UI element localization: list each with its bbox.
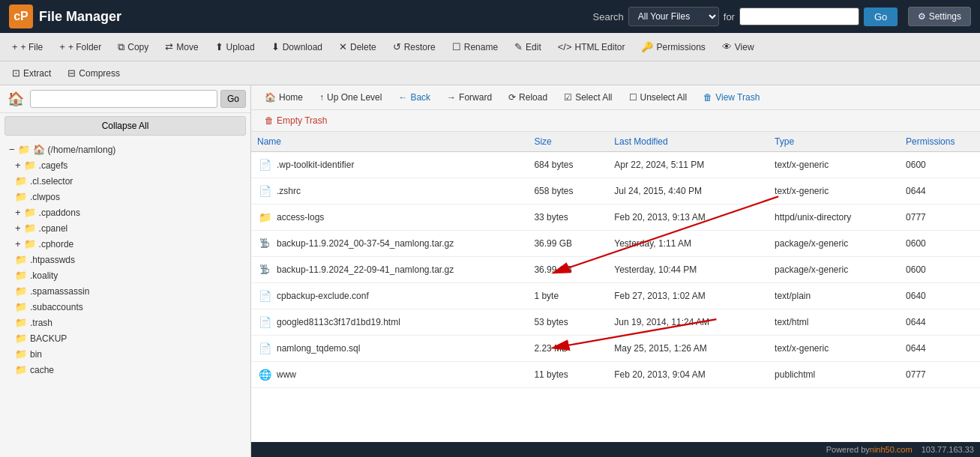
tree-item-backup[interactable]: 📁 BACKUP xyxy=(0,330,250,346)
restore-icon: ↺ xyxy=(393,41,401,52)
settings-button[interactable]: ⚙ Settings xyxy=(908,7,971,26)
for-label: for xyxy=(724,11,735,22)
tree-item-htpasswds[interactable]: 📁 .htpasswds xyxy=(0,252,250,267)
tree-item-bin[interactable]: 📁 bin xyxy=(0,346,250,362)
file-type-6: text/html xyxy=(769,309,900,336)
col-name[interactable]: Name xyxy=(251,132,528,152)
upload-button[interactable]: ⬆ Upload xyxy=(208,37,262,57)
empty-trash-bar: 🗑 Empty Trash xyxy=(251,110,980,132)
rename-icon: ☐ xyxy=(452,41,461,52)
empty-trash-button[interactable]: 🗑 Empty Trash xyxy=(257,112,334,130)
table-row[interactable]: 📄 cpbackup-exclude.conf 1 byte Feb 27, 2… xyxy=(251,283,980,309)
file-name: backup-11.9.2024_00-37-54_namlong.tar.gz xyxy=(277,238,454,249)
edit-button[interactable]: ✎ Edit xyxy=(507,37,549,57)
back-icon: ← xyxy=(398,92,407,103)
table-row[interactable]: 📄 .wp-toolkit-identifier 684 bytes Apr 2… xyxy=(251,152,980,178)
table-header-row: Name Size Last Modified Type Permissions xyxy=(251,132,980,152)
collapse-all-button[interactable]: Collapse All xyxy=(4,116,246,136)
file-modified-1: Jul 24, 2015, 4:40 PM xyxy=(608,178,769,205)
table-row[interactable]: 🗜 backup-11.9.2024_22-09-41_namlong.tar.… xyxy=(251,257,980,283)
forward-button[interactable]: → Forward xyxy=(439,88,499,106)
delete-button[interactable]: ✕ Delete xyxy=(331,37,384,57)
table-row[interactable]: 📄 namlong_tqdemo.sql 2.23 MB May 25, 201… xyxy=(251,336,980,362)
tree-item-koality[interactable]: 📁 .koality xyxy=(0,267,250,283)
download-button[interactable]: ⬇ Download xyxy=(264,37,330,57)
tree-label: bin xyxy=(30,349,42,360)
file-name-cell-6: 📄 googled8113c3f17d1bd19.html xyxy=(251,309,528,336)
tree-item-spamassassin[interactable]: 📁 .spamassassin xyxy=(0,283,250,299)
home-icon: 🏠 xyxy=(33,144,45,155)
home-nav-icon: 🏠 xyxy=(265,92,276,103)
permissions-button[interactable]: 🔑 Permissions xyxy=(634,37,712,57)
copy-icon: ⧉ xyxy=(118,41,124,53)
file-size-0: 684 bytes xyxy=(528,152,608,178)
file-size-1: 658 bytes xyxy=(528,178,608,205)
tree-label: .htpasswds xyxy=(30,255,75,265)
footer: Powered by ninh50.com 103.77.163.33 xyxy=(251,442,980,457)
col-type[interactable]: Type xyxy=(769,132,900,152)
powered-by-text: Powered by xyxy=(826,445,870,454)
extract-button[interactable]: ⊡ Extract xyxy=(4,63,58,83)
tree-item-cache[interactable]: 📁 cache xyxy=(0,362,250,378)
table-row[interactable]: 📄 .zshrc 658 bytes Jul 24, 2015, 4:40 PM… xyxy=(251,178,980,205)
upload-icon: ⬆ xyxy=(215,41,223,52)
table-row[interactable]: 📁 access-logs 33 bytes Feb 20, 2013, 9:1… xyxy=(251,205,980,231)
file-table-wrapper: Name Size Last Modified Type Permissions… xyxy=(251,132,980,442)
tree-item-cagefs[interactable]: + 📁 .cagefs xyxy=(0,157,250,173)
view-button[interactable]: 👁 View xyxy=(715,37,762,57)
tree-item-clwpos[interactable]: 📁 .clwpos xyxy=(0,189,250,205)
tree-label: .cagefs xyxy=(39,160,68,171)
col-modified[interactable]: Last Modified xyxy=(608,132,769,152)
file-name: access-logs xyxy=(277,212,324,223)
table-row[interactable]: 📄 googled8113c3f17d1bd19.html 53 bytes J… xyxy=(251,309,980,336)
new-file-button[interactable]: + + File xyxy=(4,37,50,57)
col-size[interactable]: Size xyxy=(528,132,608,152)
search-input[interactable] xyxy=(739,7,859,25)
html-editor-button[interactable]: </> HTML Editor xyxy=(550,37,633,57)
reload-button[interactable]: ⟳ Reload xyxy=(501,88,555,106)
col-permissions[interactable]: Permissions xyxy=(900,132,980,152)
tree-item-cpanel[interactable]: + 📁 .cpanel xyxy=(0,220,250,236)
tree-item-trash[interactable]: 📁 .trash xyxy=(0,315,250,330)
file-name: www xyxy=(277,369,296,380)
sidebar-path-input[interactable] xyxy=(30,90,217,108)
select-all-button[interactable]: ☑ Select All xyxy=(556,88,619,106)
restore-button[interactable]: ↺ Restore xyxy=(385,37,443,57)
tree-label: .cphorde xyxy=(39,239,74,249)
tree-item-cl-selector[interactable]: 📁 .cl.selector xyxy=(0,173,250,189)
move-button[interactable]: ⇄ Move xyxy=(157,37,205,57)
search-go-button[interactable]: Go xyxy=(864,7,898,26)
compress-button[interactable]: ⊟ Compress xyxy=(60,63,127,83)
sidebar-go-button[interactable]: Go xyxy=(220,90,246,108)
file-size-2: 33 bytes xyxy=(528,205,608,231)
table-row[interactable]: 🌐 www 11 bytes Feb 20, 2013, 9:04 AM pub… xyxy=(251,362,980,388)
tree-item-cpaddons[interactable]: + 📁 .cpaddons xyxy=(0,205,250,220)
tree-item-root[interactable]: − 📁 🏠 (/home/namlong) xyxy=(0,142,250,157)
file-permissions-8: 0777 xyxy=(900,362,980,388)
home-nav-button[interactable]: 🏠 Home xyxy=(257,88,310,106)
copy-button[interactable]: ⧉ Copy xyxy=(110,37,156,58)
view-trash-button[interactable]: 🗑 View Trash xyxy=(696,88,767,106)
table-row[interactable]: 🗜 backup-11.9.2024_00-37-54_namlong.tar.… xyxy=(251,231,980,257)
search-scope-select[interactable]: All Your Files File Name Only File Conte… xyxy=(628,7,719,26)
tree-item-cphorde[interactable]: + 📁 .cphorde xyxy=(0,236,250,252)
rename-button[interactable]: ☐ Rename xyxy=(445,37,505,57)
folder-icon: 📁 xyxy=(15,191,27,202)
tree-item-subaccounts[interactable]: 📁 .subaccounts xyxy=(0,299,250,315)
file-permissions-0: 0600 xyxy=(900,152,980,178)
app-logo: cP File Manager xyxy=(9,4,121,28)
up-icon: ↑ xyxy=(319,92,324,103)
file-type-2: httpd/unix-directory xyxy=(769,205,900,231)
tree-label: .cl.selector xyxy=(30,176,73,187)
file-size-8: 11 bytes xyxy=(528,362,608,388)
up-one-level-button[interactable]: ↑ Up One Level xyxy=(312,88,389,106)
file-type-8: publichtml xyxy=(769,362,900,388)
file-name-cell-2: 📁 access-logs xyxy=(251,205,528,231)
file-name-cell-0: 📄 .wp-toolkit-identifier xyxy=(251,152,528,178)
back-button[interactable]: ← Back xyxy=(391,88,438,106)
nav-bar: 🏠 Home ↑ Up One Level ← Back → Forward ⟳ xyxy=(251,85,980,110)
file-type-0: text/x-generic xyxy=(769,152,900,178)
unselect-all-button[interactable]: ☐ Unselect All xyxy=(622,88,695,106)
sidebar-home-icon[interactable]: 🏠 xyxy=(4,91,27,107)
new-folder-button[interactable]: + + Folder xyxy=(52,37,109,57)
